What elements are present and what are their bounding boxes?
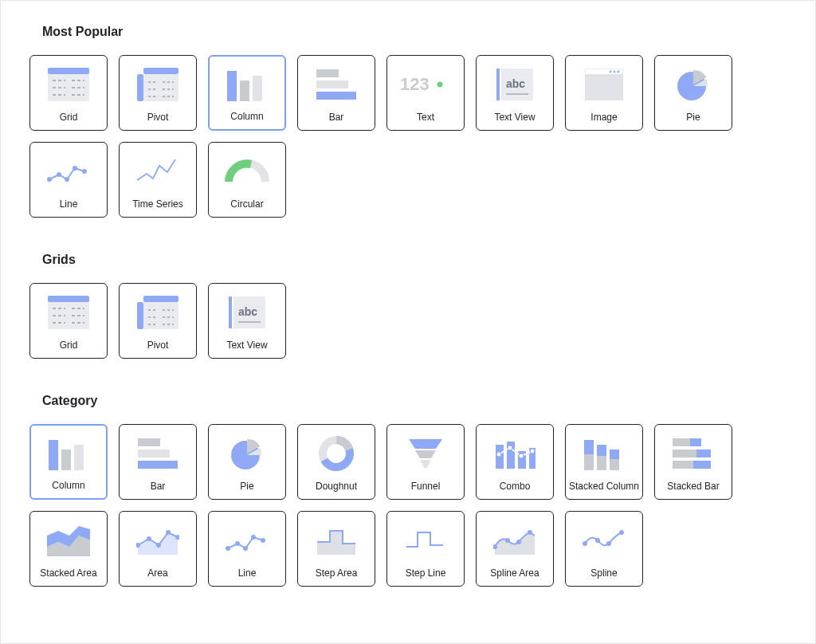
svg-rect-1: [48, 68, 89, 74]
card-stacked-bar[interactable]: Stacked Bar: [654, 424, 732, 500]
card-text-view[interactable]: abc Text View: [476, 55, 554, 131]
card-pivot[interactable]: Pivot: [119, 55, 197, 131]
line-icon: [30, 143, 107, 199]
card-column[interactable]: Column: [29, 424, 108, 500]
card-image[interactable]: Image: [565, 55, 643, 131]
svg-rect-80: [584, 440, 594, 454]
card-line[interactable]: Line: [208, 511, 286, 587]
card-label: Text View: [226, 340, 267, 358]
svg-rect-41: [48, 296, 89, 302]
line-icon: [209, 512, 285, 568]
svg-point-102: [243, 546, 248, 551]
card-doughnut[interactable]: Doughnut: [297, 424, 375, 500]
svg-rect-66: [138, 461, 178, 469]
card-pivot[interactable]: Pivot: [119, 283, 197, 359]
svg-point-31: [610, 70, 612, 73]
card-label: Grid: [60, 112, 78, 130]
svg-rect-81: [584, 454, 594, 470]
card-label: Line: [60, 199, 78, 217]
card-text[interactable]: 123 Text: [386, 55, 465, 131]
svg-marker-70: [415, 450, 436, 458]
svg-point-111: [595, 538, 600, 543]
spline-area-icon: [477, 512, 553, 568]
svg-rect-91: [693, 461, 711, 469]
card-label: Bar: [151, 481, 166, 499]
svg-point-38: [73, 166, 77, 171]
card-line[interactable]: Line: [29, 142, 108, 218]
svg-rect-17: [227, 71, 237, 101]
svg-point-79: [530, 449, 535, 454]
grid-icon: [30, 284, 107, 340]
svg-point-104: [261, 538, 265, 543]
card-label: Line: [238, 568, 257, 586]
card-spline[interactable]: Spline: [565, 511, 643, 587]
card-label: Funnel: [411, 481, 441, 499]
svg-point-35: [47, 177, 52, 182]
card-step-area[interactable]: Step Area: [297, 511, 375, 587]
svg-rect-65: [138, 450, 170, 457]
combo-icon: [477, 425, 553, 481]
card-combo[interactable]: Combo: [476, 424, 554, 500]
svg-rect-25: [496, 69, 500, 100]
card-label: Time Series: [132, 199, 183, 217]
text-view-icon: abc: [477, 56, 553, 112]
card-pie[interactable]: Pie: [208, 424, 286, 500]
card-area[interactable]: Area: [119, 511, 197, 587]
card-text-view[interactable]: abc Text View: [208, 283, 286, 359]
card-bar[interactable]: Bar: [297, 55, 375, 131]
step-line-icon: [387, 512, 464, 568]
svg-point-98: [166, 530, 171, 535]
card-label: Pivot: [147, 340, 169, 358]
card-label: Spline Area: [490, 568, 539, 586]
pie-icon: [655, 56, 732, 112]
card-time-series[interactable]: Time Series: [119, 142, 197, 218]
svg-text:abc: abc: [238, 305, 257, 318]
svg-rect-20: [316, 69, 339, 77]
svg-rect-85: [610, 459, 619, 470]
card-stacked-column[interactable]: Stacked Column: [565, 424, 643, 500]
svg-rect-21: [316, 80, 348, 88]
doughnut-icon: [298, 425, 375, 481]
svg-rect-9: [143, 68, 178, 74]
svg-point-33: [618, 70, 620, 73]
card-label: Bar: [329, 112, 344, 130]
card-column[interactable]: Column: [208, 55, 286, 131]
card-funnel[interactable]: Funnel: [386, 424, 465, 500]
card-label: Step Area: [316, 568, 358, 586]
svg-rect-19: [253, 76, 262, 101]
svg-rect-63: [74, 445, 84, 470]
card-spline-area[interactable]: Spline Area: [476, 511, 554, 587]
svg-point-24: [437, 81, 443, 87]
card-pie[interactable]: Pie: [654, 55, 732, 131]
svg-rect-57: [229, 296, 232, 328]
svg-marker-71: [420, 460, 431, 468]
svg-point-37: [65, 177, 69, 182]
svg-rect-89: [696, 450, 711, 457]
card-circular[interactable]: Circular: [208, 142, 286, 218]
svg-point-78: [519, 454, 524, 458]
svg-rect-22: [316, 92, 356, 100]
card-bar[interactable]: Bar: [119, 424, 197, 500]
card-step-line[interactable]: Step Line: [386, 511, 465, 587]
svg-rect-64: [138, 438, 160, 446]
card-grid[interactable]: Grid: [29, 283, 108, 359]
svg-rect-90: [673, 461, 693, 469]
svg-point-97: [156, 543, 161, 548]
card-label: Image: [590, 112, 617, 130]
card-label: Doughnut: [316, 481, 357, 499]
funnel-icon: [387, 425, 464, 481]
svg-rect-62: [61, 450, 71, 470]
time-series-icon: [120, 143, 196, 199]
svg-rect-50: [137, 302, 143, 329]
card-label: Step Line: [406, 568, 446, 586]
card-stacked-area[interactable]: Stacked Area: [29, 511, 108, 587]
svg-rect-84: [610, 450, 619, 459]
svg-point-100: [226, 546, 230, 551]
column-icon: [210, 57, 284, 112]
card-label: Stacked Area: [40, 568, 96, 586]
svg-point-101: [235, 541, 240, 546]
card-grid[interactable]: Grid: [29, 55, 108, 131]
stacked-column-icon: [566, 425, 642, 481]
column-icon: [31, 426, 106, 481]
area-icon: [120, 512, 196, 568]
